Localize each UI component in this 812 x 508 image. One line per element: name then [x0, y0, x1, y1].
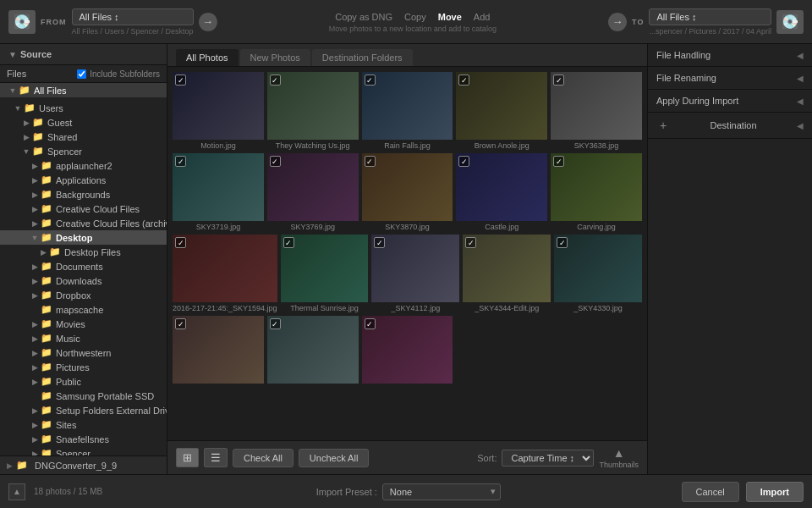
import-button[interactable]: Import: [746, 482, 804, 502]
cancel-button[interactable]: Cancel: [682, 482, 739, 502]
photo-cell-sky4330[interactable]: ✓ _SKY4330.jpg: [554, 235, 642, 312]
photo-checkbox-sky3719[interactable]: ✓: [175, 156, 186, 167]
to-path[interactable]: All Files ↕: [649, 8, 771, 25]
photo-cell-sky1594[interactable]: ✓ 2016-217-21:45:_SKY1594.jpg: [173, 235, 277, 312]
tab-all-photos[interactable]: All Photos: [176, 49, 239, 66]
photo-checkbox-castle[interactable]: ✓: [458, 156, 469, 167]
dng-converter-item[interactable]: ▶ 📁 DNGConverter_9_9: [7, 460, 160, 471]
photo-cell-sky4112[interactable]: ✓ _SKY4112.jpg: [371, 235, 459, 312]
photo-cell-sky3769[interactable]: ✓ SKY3769.jpg: [267, 153, 359, 231]
sidebar-item-desktop[interactable]: ▼ 📁 Desktop: [0, 230, 167, 245]
sidebar-item-sites[interactable]: ▶ 📁 Sites: [0, 417, 167, 432]
photo-checkbox-sky3870[interactable]: ✓: [365, 156, 376, 167]
copy-as-dng-tab[interactable]: Copy as DNG: [333, 11, 394, 23]
photo-checkbox-brown-anole[interactable]: ✓: [458, 75, 469, 86]
photo-img-carving: [551, 153, 642, 221]
move-tab[interactable]: Move: [436, 11, 464, 23]
sidebar-item-samsung[interactable]: 📁 Samsung Portable SSD: [0, 389, 167, 403]
photo-checkbox-carving[interactable]: ✓: [553, 156, 564, 167]
sidebar-item-guest[interactable]: ▶ 📁 Guest: [0, 115, 167, 130]
photo-row-3: ✓ 2016-217-21:45:_SKY1594.jpg ✓ Thermal …: [173, 235, 642, 312]
sidebar-item-movies[interactable]: ▶ 📁 Movies: [0, 317, 167, 331]
check-all-button[interactable]: Check All: [233, 449, 294, 467]
photo-checkbox-they-watching[interactable]: ✓: [270, 75, 281, 86]
photo-checkbox-17[interactable]: ✓: [270, 318, 281, 329]
sidebar-item-dropbox[interactable]: ▶ 📁 Dropbox: [0, 288, 167, 302]
photo-cell-castle[interactable]: ✓ Castle.jpg: [456, 153, 547, 231]
add-tab[interactable]: Add: [472, 11, 492, 23]
photo-cell-18[interactable]: ✓: [362, 316, 453, 385]
tab-destination-folders[interactable]: Destination Folders: [312, 49, 413, 66]
photo-cell-they-watching[interactable]: ✓ They Watching Us.jpg: [267, 72, 359, 150]
photo-checkbox-motion[interactable]: ✓: [175, 75, 186, 86]
photo-cell-sky3638[interactable]: ✓ SKY3638.jpg: [551, 72, 642, 150]
grid-view-button[interactable]: ⊞: [176, 448, 199, 467]
content-area: All Photos New Photos Destination Folder…: [167, 44, 647, 474]
sidebar-item-spencer[interactable]: ▼ 📁 Spencer: [0, 144, 167, 158]
sidebar-item-downloads[interactable]: ▶ 📁 Downloads: [0, 273, 167, 288]
photo-cell-rain-falls[interactable]: ✓ Rain Falls.jpg: [362, 72, 453, 150]
thumbnails-button[interactable]: ▲ Thumbnails: [599, 446, 639, 469]
sidebar-item-music[interactable]: ▶ 📁 Music: [0, 331, 167, 345]
sidebar-item-northwestern[interactable]: ▶ 📁 Northwestern: [0, 345, 167, 360]
to-arrow-button[interactable]: →: [608, 13, 627, 31]
sidebar-item-desktop-files[interactable]: ▶ 📁 Desktop Files: [0, 245, 167, 259]
right-panel-file-renaming[interactable]: File Renaming ◀: [648, 67, 812, 90]
copy-tab[interactable]: Copy: [403, 11, 428, 23]
sidebar-item-creative-cloud-archived[interactable]: ▶ 📁 Creative Cloud Files (archived) (1): [0, 216, 167, 230]
photo-checkbox-sky3638[interactable]: ✓: [553, 75, 564, 86]
list-view-button[interactable]: ☰: [204, 448, 228, 467]
tab-new-photos[interactable]: New Photos: [240, 49, 310, 66]
photo-cell-sky3719[interactable]: ✓ SKY3719.jpg: [173, 153, 264, 231]
photo-checkbox-16[interactable]: ✓: [175, 318, 186, 329]
photo-checkbox-sky4112[interactable]: ✓: [374, 237, 385, 248]
photo-cell-17[interactable]: ✓: [267, 316, 359, 385]
sidebar-item-setup-folders[interactable]: ▶ 📁 Setup Folders External Drive: [0, 403, 167, 417]
add-destination-button[interactable]: +: [656, 119, 670, 132]
include-subfolders-checkbox[interactable]: [77, 69, 86, 79]
photo-cell-thermal[interactable]: ✓ Thermal Sunrise.jpg: [281, 235, 369, 312]
sidebar-item-snaefellsnes[interactable]: ▶ 📁 Snaefellsnes: [0, 432, 167, 446]
right-panel-apply-during-import[interactable]: Apply During Import ◀: [648, 90, 812, 113]
photo-cell-sky3870[interactable]: ✓ SKY3870.jpg: [362, 153, 453, 231]
preset-dropdown[interactable]: None: [382, 483, 501, 500]
photo-cell-motion[interactable]: ✓ Motion.jpg: [173, 72, 264, 150]
uncheck-all-button[interactable]: Uncheck All: [299, 449, 369, 467]
sidebar-item-creative-cloud[interactable]: ▶ 📁 Creative Cloud Files: [0, 202, 167, 216]
photo-cell-sky4344[interactable]: ✓ _SKY4344-Edit.jpg: [463, 235, 551, 312]
photo-checkbox-18[interactable]: ✓: [365, 318, 376, 329]
photo-checkbox-sky1594[interactable]: ✓: [175, 237, 186, 248]
sort-select[interactable]: Capture Time ↕ File Name: [502, 450, 594, 467]
photo-label-sky3719: SKY3719.jpg: [173, 223, 264, 231]
sidebar-item-pictures[interactable]: ▶ 📁 Pictures: [0, 360, 167, 374]
photo-label-thermal: Thermal Sunrise.jpg: [281, 304, 369, 312]
photo-checkbox-rain-falls[interactable]: ✓: [365, 75, 376, 86]
photo-img-17: [267, 316, 359, 384]
sidebar-item-mapscache[interactable]: 📁 mapscache: [0, 302, 167, 317]
sidebar-header: ▼ Source: [0, 44, 167, 65]
sidebar-item-documents[interactable]: ▶ 📁 Documents: [0, 259, 167, 273]
photo-checkbox-thermal[interactable]: ✓: [283, 237, 294, 248]
photo-cell-16[interactable]: ✓: [173, 316, 264, 385]
photo-checkbox-sky3769[interactable]: ✓: [270, 156, 281, 167]
from-arrow-button[interactable]: →: [199, 13, 217, 31]
sidebar-item-public[interactable]: ▶ 📁 Public: [0, 374, 167, 389]
from-path[interactable]: All Files ↕: [72, 8, 194, 25]
all-files-item[interactable]: ▼ 📁 All Files: [0, 83, 167, 97]
destination-arrow: ◀: [797, 121, 804, 130]
photo-cell-carving[interactable]: ✓ Carving.jpg: [551, 153, 642, 231]
photo-cell-brown-anole[interactable]: ✓ Brown Anole.jpg: [456, 72, 547, 150]
photo-thumb-carving: ✓: [551, 153, 642, 221]
photo-checkbox-sky4330[interactable]: ✓: [557, 237, 568, 248]
right-panel-file-handling[interactable]: File Handling ◀: [648, 44, 812, 67]
sidebar-item-backgrounds[interactable]: ▶ 📁 Backgrounds: [0, 187, 167, 202]
photo-img-16: [173, 316, 264, 384]
to-drive-icon: 💽: [776, 10, 804, 34]
sidebar-item-shared[interactable]: ▶ 📁 Shared: [0, 130, 167, 144]
sidebar-item-applauncher2[interactable]: ▶ 📁 applauncher2: [0, 158, 167, 173]
sidebar-item-applications[interactable]: ▶ 📁 Applications: [0, 173, 167, 187]
photo-checkbox-sky4344[interactable]: ✓: [465, 237, 476, 248]
sidebar-item-users[interactable]: ▼ 📁 Users: [0, 101, 167, 115]
sidebar-item-spencer-sub[interactable]: ▶ 📁 Spencer: [0, 446, 167, 456]
expand-button[interactable]: ▲: [8, 483, 25, 500]
